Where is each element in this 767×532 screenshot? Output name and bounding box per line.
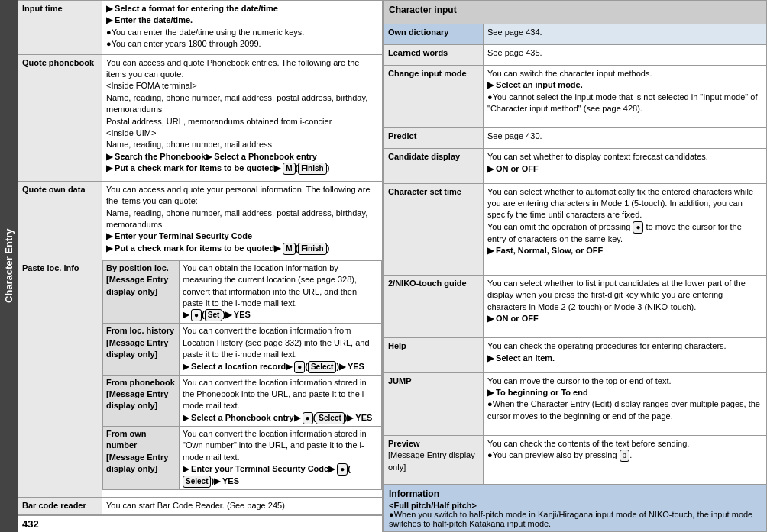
nested-content-by-position: You can obtain the location information … (180, 260, 382, 324)
nested-content-from-loc-history: You can convert the location information… (180, 324, 382, 375)
table-row-help: Help You can check the operating procedu… (384, 338, 767, 372)
row-content-learned-words: See page 435. (484, 44, 767, 65)
table-row-paste-loc: Paste loc. info By position loc.[Message… (18, 260, 383, 497)
left-panel: Character Entry Input time ▶ Select a fo… (0, 0, 384, 532)
row-label-predict: Predict (384, 128, 484, 149)
page-number: 432 (18, 515, 383, 532)
row-header-input-time: Input time (18, 1, 102, 55)
page-container: Character Entry Input time ▶ Select a fo… (0, 0, 767, 532)
table-row-character-set-time: Character set time You can select whethe… (384, 183, 767, 275)
nested-content-from-phonebook: You can convert the location information… (180, 375, 382, 426)
table-row-candidate-display: Candidate display You can set whether to… (384, 149, 767, 183)
table-row-learned-words: Learned words See page 435. (384, 44, 767, 65)
row-content-quote-own-data: You can access and quote your personal i… (102, 181, 383, 260)
nested-header-from-own-number: From own number[Message Entrydisplay onl… (103, 426, 180, 489)
info-title: Information (389, 488, 762, 499)
nested-row: From phonebook[Message Entrydisplay only… (103, 375, 382, 426)
row-content-quote-phonebook: You can access and quote Phonebook entri… (102, 54, 383, 181)
row-label-character-set-time: Character set time (384, 183, 484, 275)
table-row-own-dictionary: Own dictionary See page 434. (384, 24, 767, 45)
table-row-niko-touch-guide: 2/NIKO-touch guide You can select whethe… (384, 275, 767, 337)
right-panel: Character input Own dictionary See page … (384, 0, 767, 532)
info-content-half-pitch: ●When you switch to half-pitch mode in K… (389, 510, 762, 528)
row-label-jump: JUMP (384, 372, 484, 435)
table-row-bar-code: Bar code reader You can start Bar Code R… (18, 497, 383, 514)
table-row: Quote own data You can access and quote … (18, 181, 383, 260)
row-content-predict: See page 430. (484, 128, 767, 149)
row-content-jump: You can move the cursor to the top or en… (484, 372, 767, 435)
table-row-preview: Preview[Message Entry display only] You … (384, 435, 767, 484)
table-row: Input time ▶ Select a format for enterin… (18, 1, 383, 55)
row-header-bar-code: Bar code reader (18, 497, 102, 514)
section-header: Character input (384, 1, 767, 24)
left-table: Input time ▶ Select a format for enterin… (18, 0, 383, 515)
nested-header-from-phonebook: From phonebook[Message Entrydisplay only… (103, 375, 180, 426)
table-row: Quote phonebook You can access and quote… (18, 54, 383, 181)
row-content-help: You can check the operating procedures f… (484, 338, 767, 372)
row-label-learned-words: Learned words (384, 44, 484, 65)
row-label-candidate-display: Candidate display (384, 149, 484, 183)
row-label-niko-touch-guide: 2/NIKO-touch guide (384, 275, 484, 337)
row-content-paste-loc: By position loc.[Message Entrydisplay on… (102, 260, 383, 497)
table-row-jump: JUMP You can move the cursor to the top … (384, 372, 767, 435)
row-header-quote-phonebook: Quote phonebook (18, 54, 102, 181)
row-label-change-input-mode: Change input mode (384, 65, 484, 127)
nested-content-from-own-number: You can convert the location information… (180, 426, 382, 489)
row-header-paste-loc: Paste loc. info (18, 260, 102, 497)
row-content-own-dictionary: See page 434. (484, 24, 767, 45)
row-label-help: Help (384, 338, 484, 372)
row-header-quote-own-data: Quote own data (18, 181, 102, 260)
nested-header-from-loc-history: From loc. history[Message Entrydisplay o… (103, 324, 180, 375)
row-label-preview: Preview[Message Entry display only] (384, 435, 484, 484)
info-box: Information <Full pitch/Half pitch> ●Whe… (384, 485, 767, 532)
nested-row: By position loc.[Message Entrydisplay on… (103, 260, 382, 324)
row-content-character-set-time: You can select whether to automatically … (484, 183, 767, 275)
section-header-row: Character input (384, 1, 767, 24)
right-table: Character input Own dictionary See page … (384, 0, 767, 485)
nested-row: From own number[Message Entrydisplay onl… (103, 426, 382, 489)
nested-header-by-position: By position loc.[Message Entrydisplay on… (103, 260, 180, 324)
sidebar-tab: Character Entry (0, 0, 18, 532)
row-label-own-dictionary: Own dictionary (384, 24, 484, 45)
row-content-preview: You can check the contents of the text b… (484, 435, 767, 484)
nested-table-paste-loc: By position loc.[Message Entrydisplay on… (102, 260, 382, 490)
table-row-predict: Predict See page 430. (384, 128, 767, 149)
row-content-input-time: ▶ Select a format for entering the date/… (102, 1, 383, 55)
table-row-change-input-mode: Change input mode You can switch the cha… (384, 65, 767, 127)
info-content-full-pitch: <Full pitch/Half pitch> (389, 501, 762, 510)
nested-row: From loc. history[Message Entrydisplay o… (103, 324, 382, 375)
row-content-change-input-mode: You can switch the character input metho… (484, 65, 767, 127)
row-content-bar-code: You can start Bar Code Reader. (See page… (102, 497, 383, 514)
row-content-niko-touch-guide: You can select whether to list input can… (484, 275, 767, 337)
row-content-candidate-display: You can set whether to display context f… (484, 149, 767, 183)
